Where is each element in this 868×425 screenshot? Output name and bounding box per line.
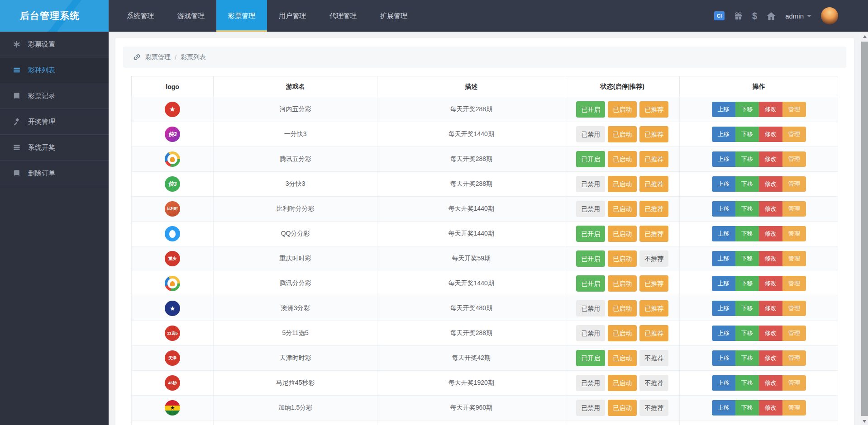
status-recommend-button[interactable]: 已推荐 <box>639 126 668 142</box>
edit-button[interactable]: 修改 <box>759 301 782 316</box>
currency-badge-icon[interactable]: CI <box>714 11 725 20</box>
edit-button[interactable]: 修改 <box>759 102 782 117</box>
scroll-down-arrow[interactable] <box>863 420 866 423</box>
edit-button[interactable]: 修改 <box>759 201 782 217</box>
move-down-button[interactable]: 下移 <box>735 276 759 291</box>
status-enabled-button[interactable]: 已开启 <box>576 226 605 242</box>
status-recommend-button[interactable]: 已推荐 <box>639 201 668 217</box>
move-up-button[interactable]: 上移 <box>712 102 735 117</box>
manage-button[interactable]: 管理 <box>782 226 806 241</box>
status-recommend-button[interactable]: 不推荐 <box>639 400 668 416</box>
status-recommend-button[interactable]: 已推荐 <box>639 151 668 167</box>
gift-icon[interactable] <box>734 12 743 20</box>
move-up-button[interactable]: 上移 <box>712 176 735 192</box>
manage-button[interactable]: 管理 <box>782 151 806 167</box>
status-enabled-button[interactable]: 已禁用 <box>576 176 605 192</box>
status-enabled-button[interactable]: 已禁用 <box>576 126 605 142</box>
move-up-button[interactable]: 上移 <box>712 326 735 341</box>
edit-button[interactable]: 修改 <box>759 375 782 391</box>
edit-button[interactable]: 修改 <box>759 276 782 291</box>
move-down-button[interactable]: 下移 <box>735 301 759 316</box>
status-recommend-button[interactable]: 已推荐 <box>639 325 668 341</box>
status-started-button[interactable]: 已启动 <box>608 151 637 167</box>
move-up-button[interactable]: 上移 <box>712 127 735 142</box>
move-down-button[interactable]: 下移 <box>735 201 759 217</box>
status-started-button[interactable]: 已启动 <box>608 126 637 142</box>
status-enabled-button[interactable]: 已开启 <box>576 250 605 267</box>
status-started-button[interactable]: 已启动 <box>608 350 637 366</box>
move-up-button[interactable]: 上移 <box>712 201 735 217</box>
status-recommend-button[interactable]: 已推荐 <box>639 275 668 292</box>
move-up-button[interactable]: 上移 <box>712 251 735 266</box>
move-down-button[interactable]: 下移 <box>735 226 759 241</box>
status-started-button[interactable]: 已启动 <box>608 275 637 292</box>
move-up-button[interactable]: 上移 <box>712 350 735 366</box>
nav-tab-agent[interactable]: 代理管理 <box>318 0 368 32</box>
move-down-button[interactable]: 下移 <box>735 151 759 167</box>
status-enabled-button[interactable]: 已禁用 <box>576 325 605 341</box>
status-recommend-button[interactable]: 已推荐 <box>639 101 668 118</box>
home-icon[interactable] <box>767 12 776 20</box>
manage-button[interactable]: 管理 <box>782 127 806 142</box>
nav-tab-user[interactable]: 用户管理 <box>267 0 318 32</box>
status-enabled-button[interactable]: 已开启 <box>576 101 605 118</box>
manage-button[interactable]: 管理 <box>782 375 806 391</box>
nav-tab-extension[interactable]: 扩展管理 <box>368 0 419 32</box>
edit-button[interactable]: 修改 <box>759 127 782 142</box>
status-started-button[interactable]: 已启动 <box>608 375 637 391</box>
manage-button[interactable]: 管理 <box>782 326 806 341</box>
status-enabled-button[interactable]: 已禁用 <box>576 375 605 391</box>
status-enabled-button[interactable]: 已禁用 <box>576 400 605 416</box>
status-recommend-button[interactable]: 已推荐 <box>639 226 668 242</box>
status-started-button[interactable]: 已启动 <box>608 201 637 217</box>
nav-tab-system[interactable]: 系统管理 <box>115 0 166 32</box>
sidebar-item-draw-management[interactable]: 开奖管理 <box>0 109 109 135</box>
move-up-button[interactable]: 上移 <box>712 226 735 241</box>
edit-button[interactable]: 修改 <box>759 226 782 241</box>
move-up-button[interactable]: 上移 <box>712 301 735 316</box>
manage-button[interactable]: 管理 <box>782 276 806 291</box>
move-down-button[interactable]: 下移 <box>735 350 759 366</box>
move-down-button[interactable]: 下移 <box>735 251 759 266</box>
manage-button[interactable]: 管理 <box>782 201 806 217</box>
move-up-button[interactable]: 上移 <box>712 276 735 291</box>
status-recommend-button[interactable]: 不推荐 <box>639 350 668 366</box>
nav-tab-game[interactable]: 游戏管理 <box>166 0 216 32</box>
manage-button[interactable]: 管理 <box>782 400 806 416</box>
move-down-button[interactable]: 下移 <box>735 400 759 416</box>
status-started-button[interactable]: 已启动 <box>608 250 637 267</box>
edit-button[interactable]: 修改 <box>759 400 782 416</box>
breadcrumb-section[interactable]: 彩票管理 <box>145 53 171 61</box>
edit-button[interactable]: 修改 <box>759 350 782 366</box>
sidebar-item-lottery-type-list[interactable]: 彩种列表 <box>0 57 109 83</box>
status-started-button[interactable]: 已启动 <box>608 325 637 341</box>
sidebar-item-system-draw[interactable]: 系统开奖 <box>0 135 109 161</box>
status-recommend-button[interactable]: 已推荐 <box>639 300 668 316</box>
status-started-button[interactable]: 已启动 <box>608 300 637 316</box>
status-enabled-button[interactable]: 已开启 <box>576 275 605 292</box>
manage-button[interactable]: 管理 <box>782 350 806 366</box>
status-enabled-button[interactable]: 已开启 <box>576 350 605 366</box>
scroll-up-arrow[interactable] <box>863 35 867 38</box>
status-started-button[interactable]: 已启动 <box>608 400 637 416</box>
edit-button[interactable]: 修改 <box>759 176 782 192</box>
status-recommend-button[interactable]: 已推荐 <box>639 176 668 192</box>
sidebar-item-lottery-settings[interactable]: 彩票设置 <box>0 32 109 57</box>
status-recommend-button[interactable]: 不推荐 <box>639 375 668 391</box>
status-started-button[interactable]: 已启动 <box>608 176 637 192</box>
move-down-button[interactable]: 下移 <box>735 326 759 341</box>
edit-button[interactable]: 修改 <box>759 151 782 167</box>
status-started-button[interactable]: 已启动 <box>608 226 637 242</box>
move-up-button[interactable]: 上移 <box>712 375 735 391</box>
avatar[interactable] <box>821 7 838 24</box>
edit-button[interactable]: 修改 <box>759 326 782 341</box>
manage-button[interactable]: 管理 <box>782 102 806 117</box>
status-recommend-button[interactable]: 不推荐 <box>639 250 668 267</box>
status-enabled-button[interactable]: 已禁用 <box>576 201 605 217</box>
move-down-button[interactable]: 下移 <box>735 102 759 117</box>
status-enabled-button[interactable]: 已禁用 <box>576 300 605 316</box>
nav-tab-lottery[interactable]: 彩票管理 <box>216 0 267 32</box>
move-down-button[interactable]: 下移 <box>735 127 759 142</box>
move-down-button[interactable]: 下移 <box>735 375 759 391</box>
scrollbar[interactable] <box>861 32 868 425</box>
